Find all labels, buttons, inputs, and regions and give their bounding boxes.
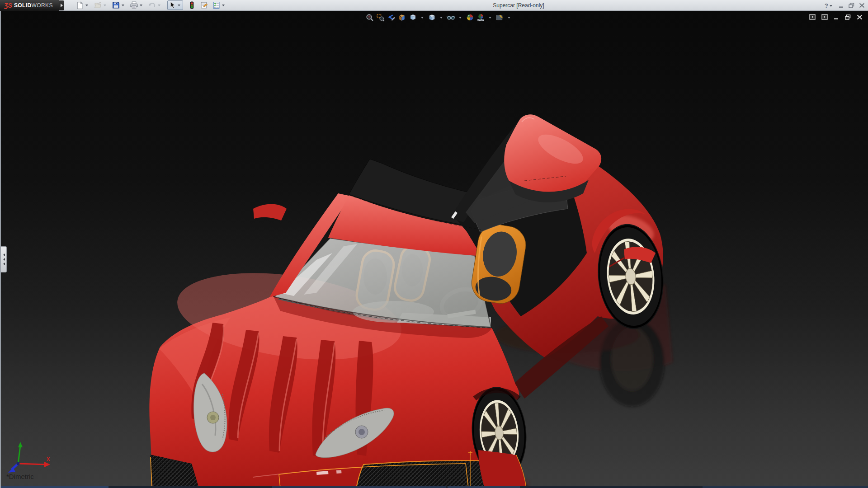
restore-icon[interactable] bbox=[849, 3, 854, 8]
chevron-left-icon bbox=[2, 263, 5, 265]
previous-view-button[interactable] bbox=[387, 13, 396, 22]
help-icon: ? bbox=[825, 2, 828, 9]
app-window-controls: ? bbox=[825, 0, 865, 11]
traffic-light-button[interactable] bbox=[188, 1, 196, 9]
zoom-to-area-icon bbox=[376, 13, 385, 22]
undo-dropdown bbox=[158, 5, 160, 8]
print-icon bbox=[130, 1, 138, 9]
zoom-to-fit-button[interactable] bbox=[365, 13, 374, 22]
flyout-arrow-icon bbox=[61, 4, 65, 7]
new-dropdown[interactable] bbox=[85, 5, 88, 8]
orientation-triad: X bbox=[5, 441, 54, 477]
edit-appearance-icon bbox=[466, 13, 474, 22]
menu-flyout-button[interactable] bbox=[59, 0, 64, 10]
apply-scene-button[interactable] bbox=[476, 13, 485, 22]
document-window-controls bbox=[809, 14, 863, 20]
taskbar-sliver bbox=[1, 486, 868, 488]
brand-text-light: WORKS bbox=[32, 2, 53, 9]
view-orientation-icon bbox=[409, 13, 417, 22]
document-title: Supercar [Read-only] bbox=[493, 2, 544, 9]
graphics-viewport[interactable]: X *Dimetric bbox=[0, 11, 868, 488]
help-button[interactable]: ? bbox=[825, 2, 834, 9]
view-orientation-label: *Dimetric bbox=[6, 473, 34, 480]
file-properties-button[interactable] bbox=[200, 1, 208, 9]
restore-icon[interactable] bbox=[845, 14, 851, 20]
view-settings-dropdown[interactable] bbox=[508, 17, 510, 20]
select-cursor-icon bbox=[168, 1, 176, 9]
save-icon bbox=[112, 1, 120, 9]
solidworks-window: ƷS SOLIDWORKS bbox=[0, 0, 868, 488]
new-document-icon bbox=[76, 1, 84, 9]
hide-show-items-icon bbox=[447, 13, 455, 22]
undo-button bbox=[148, 1, 156, 9]
solidworks-logo: ƷS SOLIDWORKS bbox=[0, 0, 59, 11]
minimize-icon[interactable] bbox=[834, 14, 839, 20]
traffic-light-icon bbox=[188, 1, 196, 9]
edit-appearance-button[interactable] bbox=[466, 13, 474, 22]
options-button[interactable] bbox=[212, 1, 220, 9]
x-axis-label: X bbox=[47, 456, 50, 462]
x-axis-arrow bbox=[44, 462, 50, 467]
y-axis-arrow bbox=[18, 442, 23, 447]
view-orientation-button[interactable] bbox=[409, 13, 417, 22]
chevron-left-icon bbox=[2, 258, 5, 261]
undo-icon bbox=[148, 1, 156, 9]
brand-text-bold: SOLID bbox=[14, 2, 32, 9]
close-icon[interactable] bbox=[857, 14, 863, 20]
options-checklist-icon bbox=[212, 1, 220, 9]
zoom-to-fit-icon bbox=[365, 13, 374, 22]
ds-logo-glyph: ƷS bbox=[4, 2, 12, 9]
main-toolbar bbox=[76, 0, 231, 10]
view-settings-icon bbox=[495, 13, 504, 22]
display-style-icon bbox=[428, 13, 436, 22]
save-button[interactable] bbox=[112, 1, 120, 9]
save-dropdown[interactable] bbox=[122, 5, 124, 8]
section-view-icon bbox=[398, 13, 406, 22]
close-icon[interactable] bbox=[859, 3, 865, 8]
select-button-group bbox=[167, 0, 183, 10]
view-orientation-dropdown[interactable] bbox=[421, 17, 424, 20]
pane-toggle-left-icon[interactable] bbox=[809, 14, 816, 20]
minimize-icon[interactable] bbox=[839, 3, 844, 8]
title-bar: ƷS SOLIDWORKS bbox=[0, 0, 868, 11]
print-dropdown[interactable] bbox=[140, 5, 142, 8]
section-view-button[interactable] bbox=[398, 13, 406, 22]
zoom-to-area-button[interactable] bbox=[376, 13, 385, 22]
previous-view-icon bbox=[387, 13, 396, 22]
open-button bbox=[94, 1, 102, 9]
help-dropdown[interactable] bbox=[830, 5, 832, 8]
new-button[interactable] bbox=[76, 1, 84, 9]
file-properties-icon bbox=[200, 1, 208, 9]
hide-show-items-dropdown[interactable] bbox=[459, 17, 462, 20]
apply-scene-dropdown[interactable] bbox=[489, 17, 491, 20]
display-style-button[interactable] bbox=[428, 13, 436, 22]
headsup-view-toolbar bbox=[365, 13, 512, 22]
apply-scene-icon bbox=[476, 13, 485, 22]
pane-toggle-right-icon[interactable] bbox=[821, 14, 828, 20]
open-folder-icon bbox=[94, 1, 102, 9]
view-settings-button[interactable] bbox=[495, 13, 504, 22]
select-dropdown[interactable] bbox=[178, 5, 180, 8]
hide-show-items-button[interactable] bbox=[447, 13, 455, 22]
select-button[interactable] bbox=[168, 1, 176, 9]
display-style-dropdown[interactable] bbox=[440, 17, 443, 20]
featuremanager-expand-tab[interactable] bbox=[1, 246, 7, 272]
open-dropdown bbox=[104, 5, 106, 8]
print-button[interactable] bbox=[130, 1, 138, 9]
chevron-left-icon bbox=[2, 253, 5, 256]
options-dropdown[interactable] bbox=[222, 5, 225, 8]
model-canvas[interactable] bbox=[0, 11, 868, 488]
